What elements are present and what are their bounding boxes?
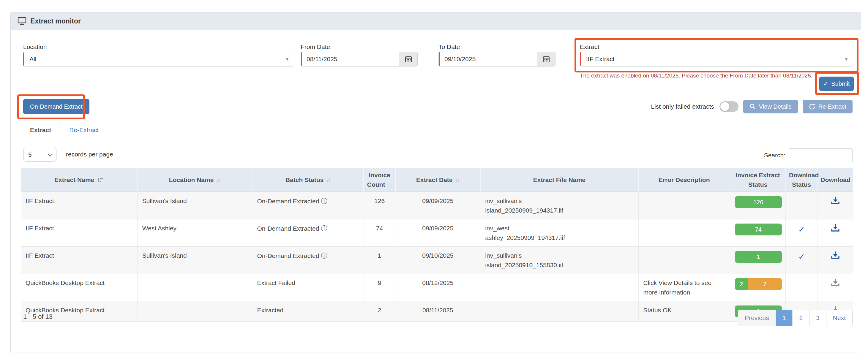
downloaded-check-icon: ✓ <box>798 252 805 261</box>
app-viewport: Extract monitor Location All ▾ From Date… <box>0 0 868 361</box>
col-header-invoice-count[interactable]: Invoice Count↓↑ <box>364 168 395 192</box>
cell-invoice-count: 126 <box>364 192 395 219</box>
extract-monitor-panel: Extract monitor Location All ▾ From Date… <box>10 12 861 352</box>
sort-icon: ↓↑ <box>455 177 460 183</box>
cell-download <box>817 247 853 274</box>
cell-invoice-count: 1 <box>364 247 395 274</box>
col-header-download: Download <box>817 168 853 192</box>
cell-error-description <box>639 219 730 247</box>
table-header-row: Extract NameLocation Name↓↑Batch Status↓… <box>21 168 853 192</box>
cell-location-name <box>137 301 252 322</box>
to-date-input[interactable]: 09/10/2025 <box>439 52 537 66</box>
info-icon[interactable]: ⓘ <box>321 225 328 232</box>
to-date-calendar-button[interactable] <box>537 52 555 66</box>
download-icon <box>831 224 840 232</box>
extract-file-name: inv_west ashley_20250909_194317.iif <box>485 224 588 242</box>
submit-button[interactable]: ✓ Submit <box>819 76 854 91</box>
view-details-button[interactable]: View Details <box>743 100 798 113</box>
download-button[interactable] <box>831 196 840 205</box>
col-header-label: Invoice Count <box>367 172 390 188</box>
extract-select[interactable]: IIF Extract ▾ <box>580 52 853 66</box>
badge-segment-green: 74 <box>735 224 782 235</box>
invoice-status-badge[interactable]: 27 <box>735 278 782 290</box>
cell-error-description: Status OK <box>639 301 730 322</box>
cell-batch-status: On-Demand Extractedⓘ <box>252 247 364 274</box>
download-icon <box>831 278 840 287</box>
page-size-select[interactable]: 5 <box>23 148 57 162</box>
cell-extract-name: IIF Extract <box>21 192 137 219</box>
badge-segment-green: 1 <box>735 251 782 263</box>
col-header-extract-date[interactable]: Extract Date↓↑ <box>395 168 480 192</box>
cell-file-name <box>480 274 639 301</box>
search-input[interactable] <box>789 149 852 162</box>
cell-location-name: West Ashley <box>137 219 252 247</box>
info-icon[interactable]: ⓘ <box>321 252 328 259</box>
re-extract-button[interactable]: Re-Extract <box>803 100 852 113</box>
page-size-value: 5 <box>28 151 32 158</box>
cell-extract-date: 09/10/2025 <box>395 247 480 274</box>
page-button-next[interactable]: Next <box>827 310 852 326</box>
tab-extract[interactable]: Extract <box>21 122 60 138</box>
cell-batch-status: Extracted <box>252 301 364 322</box>
cell-batch-status: On-Demand Extractedⓘ <box>252 219 364 247</box>
chevron-down-icon <box>48 152 53 157</box>
cell-batch-status: On-Demand Extractedⓘ <box>252 192 364 219</box>
calendar-icon <box>542 55 550 63</box>
col-header-label: Extract Name <box>54 176 94 183</box>
cell-invoice-count: 2 <box>364 301 395 322</box>
page-button-2[interactable]: 2 <box>793 310 809 326</box>
page-button-3[interactable]: 3 <box>809 310 827 326</box>
col-header-batch-status[interactable]: Batch Status↓↑ <box>252 168 364 192</box>
col-header-label: Error Description <box>658 176 710 183</box>
col-header-extract-name[interactable]: Extract Name <box>21 168 137 192</box>
sort-icon: ↓↑ <box>216 177 220 183</box>
location-label: Location <box>23 43 46 51</box>
info-icon[interactable]: ⓘ <box>321 197 328 205</box>
cell-location-name <box>137 274 252 301</box>
table-row: IIF ExtractSullivan's IslandOn-Demand Ex… <box>21 192 853 219</box>
badge-segment-orange: 7 <box>748 278 782 290</box>
refresh-icon <box>809 103 815 110</box>
on-demand-extract-button[interactable]: On-Demand Extract <box>23 99 89 114</box>
sort-desc-icon <box>97 176 103 183</box>
col-header-label: Location Name <box>169 176 214 183</box>
cell-extract-name: QuickBooks Desktop Extract <box>21 274 137 301</box>
cell-error-description: Click View Details to see more informati… <box>639 274 730 301</box>
sort-icon: ↓↑ <box>326 177 330 183</box>
cell-invoice-extract-status: 1 <box>730 247 786 274</box>
batch-status-text: On-Demand Extracted <box>257 252 319 259</box>
failed-extracts-toggle[interactable] <box>719 101 739 112</box>
location-select[interactable]: All ▾ <box>23 52 294 66</box>
location-select-value: All <box>29 56 36 63</box>
download-button[interactable] <box>831 278 840 287</box>
col-header-error-description: Error Description <box>639 168 730 192</box>
cell-location-name: Sullivan's Island <box>137 247 252 274</box>
cell-batch-status: Extract Failed <box>252 274 364 301</box>
invoice-status-badge[interactable]: 1 <box>735 251 782 263</box>
col-header-label: Batch Status <box>285 176 323 183</box>
extract-file-name: inv_sullivan's island_20250909_194317.ii… <box>485 196 588 215</box>
page-title: Extract monitor <box>30 17 81 25</box>
page-button-1[interactable]: 1 <box>776 310 793 326</box>
extract-label: Extract <box>580 43 599 51</box>
col-header-label: Invoice Extract Status <box>736 172 780 188</box>
download-button[interactable] <box>831 251 840 260</box>
panel-header: Extract monitor <box>11 12 861 30</box>
col-header-location-name[interactable]: Location Name↓↑ <box>137 168 252 192</box>
col-header-label: Extract Date <box>416 176 453 183</box>
downloaded-check-icon: ✓ <box>798 225 805 234</box>
cell-download <box>817 274 853 301</box>
search-area: Search: <box>764 149 852 162</box>
col-header-download-status: Download Status <box>786 168 817 192</box>
extract-table: Extract NameLocation Name↓↑Batch Status↓… <box>21 168 853 322</box>
invoice-status-badge[interactable]: 74 <box>735 224 782 235</box>
from-date-input[interactable]: 08/11/2025 <box>301 52 399 66</box>
cell-extract-date: 09/09/2025 <box>395 219 480 247</box>
cell-download <box>817 219 853 247</box>
download-button[interactable] <box>831 224 840 232</box>
tab-re-extract[interactable]: Re-Extract <box>60 122 107 138</box>
invoice-status-badge[interactable]: 126 <box>735 196 782 208</box>
pagination-summary: 1 - 5 of 13 <box>23 313 53 321</box>
download-icon <box>831 251 840 260</box>
from-date-calendar-button[interactable] <box>399 52 417 66</box>
